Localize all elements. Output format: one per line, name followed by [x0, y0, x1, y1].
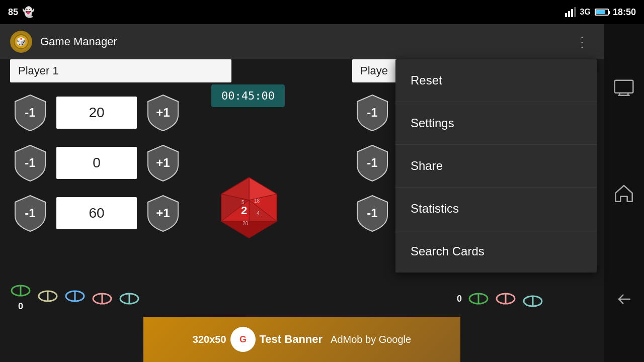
player1-decrement-2[interactable]: -1: [10, 143, 50, 183]
blue-counter-icon[interactable]: [64, 286, 86, 307]
dice-icon[interactable]: 5 18 2 4 20: [216, 175, 282, 240]
battery-percent: 85: [8, 7, 18, 18]
right-counter-1[interactable]: [468, 288, 489, 309]
player1-counter-row-2: -1 +1: [10, 143, 252, 183]
home-nav-button[interactable]: [609, 178, 639, 208]
right-counter-value: 0: [457, 294, 462, 304]
player1-decrement-1[interactable]: -1: [10, 93, 50, 133]
overflow-menu-button[interactable]: ⋮: [571, 30, 594, 54]
status-bar: 85 👻 3G 18:50: [0, 0, 644, 24]
svg-text:+1: +1: [156, 206, 170, 220]
player2-decrement-3[interactable]: -1: [352, 193, 392, 233]
pink-counter: [92, 288, 113, 309]
bottom-counters-left: 0: [10, 280, 140, 312]
game-timer: 00:45:00: [211, 84, 285, 107]
player1-increment-1[interactable]: +1: [143, 93, 183, 133]
ghost-icon: 👻: [22, 6, 35, 18]
teal-counter-icon[interactable]: [119, 288, 140, 309]
player1-value-3[interactable]: [56, 197, 137, 229]
svg-text:+1: +1: [156, 156, 170, 169]
light-counter: [37, 286, 58, 307]
ad-provider: AdMob by Google: [331, 334, 411, 345]
svg-text:-1: -1: [367, 156, 377, 169]
player1-increment-3[interactable]: +1: [143, 193, 183, 233]
app-bar: 🎲 Game Manager ⋮: [0, 24, 604, 59]
back-nav-button[interactable]: [609, 284, 639, 314]
svg-text:2: 2: [241, 204, 247, 217]
right-counter-3[interactable]: [522, 291, 543, 312]
green-counter-value: 0: [18, 301, 23, 312]
player1-decrement-3[interactable]: -1: [10, 193, 50, 233]
player2-decrement-1[interactable]: -1: [352, 93, 392, 133]
menu-item-statistics[interactable]: Statistics: [395, 188, 597, 230]
side-nav: [604, 24, 644, 362]
player1-value-2[interactable]: [56, 147, 137, 179]
svg-rect-2: [615, 80, 633, 93]
player1-counter-row-3: -1 +1: [10, 193, 252, 233]
svg-text:G: G: [239, 334, 247, 344]
signal-icon: [565, 7, 576, 17]
ad-banner: 320x50 G Test Banner AdMob by Google: [143, 317, 460, 362]
app-title: Game Manager: [40, 35, 117, 48]
svg-text:-1: -1: [367, 206, 377, 220]
screen-nav-button[interactable]: [609, 72, 639, 102]
network-type: 3G: [580, 8, 591, 17]
svg-text:-1: -1: [367, 106, 377, 119]
pink-counter-icon[interactable]: [92, 288, 113, 309]
green-counter: 0: [10, 280, 31, 312]
player2-decrement-2[interactable]: -1: [352, 143, 392, 183]
menu-item-settings[interactable]: Settings: [395, 102, 597, 145]
menu-item-search-cards[interactable]: Search Cards: [395, 230, 597, 273]
green-counter-icon[interactable]: [10, 280, 31, 301]
svg-text:-1: -1: [25, 106, 35, 119]
svg-text:20: 20: [243, 221, 249, 226]
app-icon: 🎲: [10, 31, 32, 53]
right-counter-2[interactable]: [495, 288, 516, 309]
player1-name-input[interactable]: [10, 59, 231, 82]
battery-icon: [595, 9, 609, 16]
ad-text: Test Banner: [260, 333, 323, 346]
light-counter-icon[interactable]: [37, 286, 58, 307]
ad-size: 320x50: [193, 334, 226, 345]
svg-text:+1: +1: [156, 106, 170, 119]
player1-increment-2[interactable]: +1: [143, 143, 183, 183]
dropdown-menu: Reset Settings Share Statistics Search C…: [395, 59, 597, 273]
menu-item-share[interactable]: Share: [395, 145, 597, 188]
teal-counter: [119, 288, 140, 309]
blue-counter: [64, 286, 86, 307]
clock: 18:50: [613, 7, 636, 18]
svg-marker-22: [221, 221, 277, 238]
bottom-counters-right: 0: [457, 286, 543, 312]
svg-text:🎲: 🎲: [16, 37, 26, 46]
player1-value-1[interactable]: [56, 97, 137, 129]
menu-item-reset[interactable]: Reset: [395, 59, 597, 102]
svg-text:18: 18: [254, 198, 260, 204]
svg-text:-1: -1: [25, 206, 35, 220]
svg-text:-1: -1: [25, 156, 35, 169]
svg-text:4: 4: [257, 210, 260, 216]
admob-logo: G: [230, 327, 256, 352]
